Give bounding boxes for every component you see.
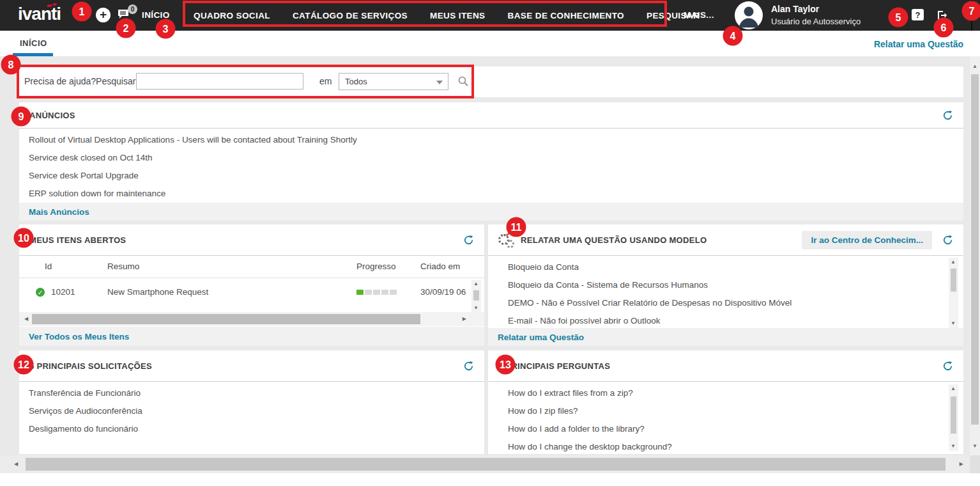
announcements-panel: ANÚNCIOS Rollout of Virtual Desktop Appl…: [19, 102, 963, 221]
scrollbar-thumb[interactable]: [971, 74, 979, 425]
search-icon[interactable]: [457, 75, 469, 87]
chat-count-badge: 0: [128, 4, 137, 14]
question-item[interactable]: How do I add a folder to the library?: [508, 420, 963, 438]
go-to-knowledge-center-button[interactable]: Ir ao Centro de Conhecim...: [802, 231, 932, 249]
top-requests-panel: 5 PRINCIPAIS SOLICITAÇÕES Transferência …: [19, 350, 484, 454]
more-announcements-link[interactable]: Mais Anúncios: [29, 207, 89, 217]
search-input[interactable]: [136, 73, 303, 90]
nav-meus-itens[interactable]: MEUS ITENS: [430, 11, 486, 20]
search-bar: Precisa de ajuda?Pesquisar em Todos: [19, 67, 963, 97]
annotation-9: 9: [11, 107, 31, 127]
request-item[interactable]: Transferência de Funcionário: [29, 384, 484, 402]
item-created-date: 30/09/19 06: [420, 287, 470, 297]
nav-base-conhecimento[interactable]: BASE DE CONHECIMENTO: [508, 11, 625, 20]
report-template-title: RELATAR UMA QUESTÃO USANDO MODELO: [521, 235, 707, 245]
person-icon: [735, 1, 763, 29]
page-horizontal-scrollbar[interactable]: [0, 455, 970, 473]
report-issue-link[interactable]: Relatar uma Questão: [874, 39, 963, 49]
question-item[interactable]: How do I zip files?: [508, 402, 963, 420]
table-horizontal-scrollbar[interactable]: [19, 312, 484, 326]
template-list: Bloqueio da Conta Bloqueio da Conta - Si…: [488, 256, 963, 330]
column-summary[interactable]: Resumo: [107, 262, 139, 271]
tab-inicio[interactable]: INÍCIO: [20, 38, 47, 48]
scroll-down-icon[interactable]: [972, 444, 977, 449]
scrollbar-thumb[interactable]: [26, 458, 946, 471]
refresh-icon[interactable]: [463, 361, 474, 372]
template-item[interactable]: E-mail - Não foi possível abrir o Outloo…: [508, 312, 963, 330]
column-id[interactable]: Id: [45, 262, 52, 271]
refresh-icon[interactable]: [942, 235, 953, 246]
nav-quadro-social[interactable]: QUADRO SOCIAL: [194, 11, 270, 20]
new-item-plus-icon[interactable]: [96, 8, 111, 22]
template-item[interactable]: Bloqueio da Conta: [508, 258, 963, 276]
scroll-up-icon[interactable]: [972, 64, 977, 69]
search-scope-value: Todos: [345, 77, 367, 86]
refresh-icon[interactable]: [942, 110, 953, 121]
scroll-left-icon[interactable]: [14, 462, 18, 467]
scroll-up-icon[interactable]: [473, 281, 479, 286]
announcements-title: ANÚNCIOS: [29, 111, 75, 120]
scroll-up-icon[interactable]: [951, 260, 956, 265]
announcement-item[interactable]: Rollout of Virtual Desktop Applications …: [29, 131, 963, 149]
scrollbar-thumb[interactable]: [951, 269, 956, 292]
search-label: Precisa de ajuda?Pesquisar: [24, 76, 135, 86]
item-id: 10201: [51, 287, 75, 297]
column-created[interactable]: Criado em: [420, 262, 460, 271]
column-progress[interactable]: Progresso: [356, 262, 396, 271]
my-open-items-footer: Ver Todos os Meus Itens: [19, 327, 484, 346]
user-avatar[interactable]: [735, 1, 763, 29]
report-issue-footer-link[interactable]: Relatar uma Questão: [498, 333, 584, 342]
annotation-8: 8: [1, 55, 21, 75]
refresh-icon[interactable]: [942, 361, 953, 372]
scroll-down-icon[interactable]: [951, 444, 956, 449]
list-vertical-scrollbar[interactable]: [949, 258, 958, 328]
page-vertical-scrollbar[interactable]: [970, 56, 980, 455]
scroll-up-icon[interactable]: [951, 386, 956, 391]
ivanti-logo[interactable]: ivanti: [18, 4, 61, 24]
annotation-11: 11: [507, 217, 526, 237]
scrollbar-thumb[interactable]: [32, 314, 420, 324]
help-icon[interactable]: [912, 9, 924, 20]
search-scope-select[interactable]: Todos: [339, 73, 448, 90]
question-item[interactable]: How do I change the desktop background?: [508, 438, 963, 456]
announcement-item[interactable]: ERP solution down for maintenance: [29, 185, 963, 203]
report-template-header: RELATAR UMA QUESTÃO USANDO MODELO Ir ao …: [488, 224, 963, 256]
scrollbar-thumb[interactable]: [473, 290, 479, 301]
list-vertical-scrollbar[interactable]: [949, 384, 958, 451]
template-item[interactable]: Bloqueio da Conta - Sistema de Recursos …: [508, 276, 963, 294]
scroll-down-icon[interactable]: [951, 321, 956, 326]
main-navigation: QUADRO SOCIAL CATÁLOGO DE SERVIÇOS MEUS …: [194, 0, 700, 31]
nav-catalogo-servicos[interactable]: CATÁLOGO DE SERVIÇOS: [293, 11, 408, 20]
refresh-icon[interactable]: [463, 235, 474, 246]
annotation-7: 7: [962, 1, 980, 21]
scrollbar-corner: [970, 455, 980, 473]
chevron-down-icon: [436, 81, 443, 84]
annotation-6: 6: [934, 18, 954, 38]
search-in-label: em: [319, 76, 332, 86]
annotation-3: 3: [156, 19, 176, 39]
annotation-4: 4: [723, 26, 743, 46]
annotation-12: 12: [14, 355, 34, 375]
request-item[interactable]: Desligamento do funcionário: [29, 420, 484, 438]
report-template-footer: Relatar uma Questão: [488, 328, 963, 346]
request-item[interactable]: Serviços de Audioconferência: [29, 402, 484, 420]
annotation-1: 1: [72, 2, 92, 22]
template-item[interactable]: DEMO - Não é Possível Criar Relatório de…: [508, 294, 963, 312]
table-vertical-scrollbar[interactable]: [471, 280, 481, 312]
annotation-10: 10: [14, 228, 34, 248]
progress-bar: [356, 290, 398, 295]
scroll-right-icon[interactable]: [960, 462, 963, 467]
view-all-items-link[interactable]: Ver Todos os Meus Itens: [29, 332, 129, 341]
announcement-item[interactable]: Service desk closed on Oct 14th: [29, 149, 963, 167]
user-role: Usuário de Autosserviço: [771, 17, 861, 26]
scroll-right-icon[interactable]: [463, 317, 466, 322]
user-name[interactable]: Alan Taylor: [771, 4, 819, 14]
items-table-header: Id Resumo Progresso Criado em: [19, 256, 484, 278]
scrollbar-thumb[interactable]: [951, 396, 956, 434]
scroll-left-icon[interactable]: [24, 317, 28, 322]
table-row[interactable]: 10201 New Smartphone Request 30/09/19 06: [19, 278, 484, 313]
nav-more-menu[interactable]: MAIS...: [684, 0, 714, 31]
announcement-item[interactable]: Service desk Portal Upgrade: [29, 167, 963, 185]
scroll-down-icon[interactable]: [473, 306, 479, 311]
question-item[interactable]: How do I extract files from a zip?: [508, 384, 963, 402]
